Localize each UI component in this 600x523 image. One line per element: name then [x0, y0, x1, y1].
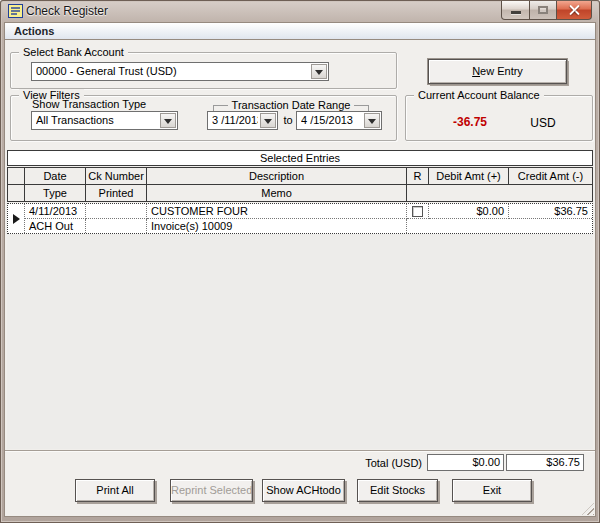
cell-printed[interactable]	[86, 219, 147, 233]
reconciled-checkbox[interactable]	[412, 206, 423, 217]
chevron-down-icon[interactable]	[260, 113, 276, 128]
column-header-ck-number: Ck Number	[86, 168, 147, 185]
total-label: Total (USD)	[330, 457, 422, 469]
app-icon	[8, 4, 23, 18]
cell-description[interactable]: CUSTOMER FOUR	[147, 204, 407, 219]
new-entry-label: ew Entry	[480, 65, 523, 77]
balance-currency: USD	[523, 116, 563, 130]
edit-stocks-button[interactable]: Edit Stocks	[357, 479, 438, 502]
transaction-type-value: All Transactions	[36, 114, 158, 126]
column-header-memo: Memo	[147, 185, 407, 201]
minimize-button[interactable]	[501, 1, 530, 20]
maximize-icon	[538, 6, 548, 14]
row-selector-arrow-icon	[13, 214, 20, 224]
cell-debit[interactable]: $0.00	[429, 204, 509, 219]
column-header-date: Date	[25, 168, 86, 185]
maximize-button[interactable]	[530, 1, 557, 20]
group-current-balance-label: Current Account Balance	[414, 89, 544, 101]
print-all-button[interactable]: Print All	[75, 479, 155, 502]
window-title: Check Register	[26, 4, 108, 18]
date-to-picker[interactable]: 4 /15/2013	[296, 111, 382, 130]
bank-account-value: 00000 - General Trust (USD)	[36, 65, 309, 77]
column-header-type: Type	[25, 185, 86, 201]
chevron-down-icon[interactable]	[364, 113, 380, 128]
new-entry-button[interactable]: New Entry	[428, 59, 567, 84]
column-header-credit: Credit Amt (-)	[509, 168, 592, 185]
chevron-down-icon[interactable]	[311, 64, 327, 79]
cell-date[interactable]: 4/11/2013	[25, 204, 86, 219]
date-from-value: 3 /11/2013	[212, 114, 258, 126]
show-achtodo-button[interactable]: Show ACHtodo	[262, 479, 345, 502]
table-row[interactable]: 4/11/2013 ACH Out CUSTOMER FOUR Invoice(…	[7, 203, 593, 234]
exit-button[interactable]: Exit	[452, 479, 532, 502]
transaction-type-select[interactable]: All Transactions	[31, 111, 178, 130]
column-header-printed: Printed	[86, 185, 147, 201]
caption-buttons	[501, 1, 592, 20]
grid-header: Date Ck Number Description R Debit Amt (…	[7, 167, 593, 202]
date-from-picker[interactable]: 3 /11/2013	[207, 111, 278, 130]
cell-reconciled	[407, 204, 429, 219]
grid-caption: Selected Entries	[7, 150, 593, 166]
transaction-type-label: Show Transaction Type	[32, 98, 146, 110]
window: Check Register Actions Select Bank Accou…	[0, 0, 600, 523]
bank-account-select[interactable]: 00000 - General Trust (USD)	[31, 62, 329, 81]
cell-type[interactable]: ACH Out	[25, 219, 86, 233]
menu-item-actions[interactable]: Actions	[5, 23, 63, 37]
column-header-spacer	[407, 185, 592, 201]
minimize-icon	[511, 11, 521, 14]
total-credit-field: $36.75	[506, 454, 584, 471]
column-header-selector	[8, 168, 25, 185]
menubar: Actions	[4, 22, 596, 40]
group-select-bank-account-label: Select Bank Account	[19, 46, 128, 58]
row-selector[interactable]	[8, 204, 25, 233]
date-to-value: 4 /15/2013	[301, 114, 362, 126]
date-range-to-label: to	[281, 114, 295, 126]
footer-divider	[5, 450, 595, 452]
column-header-debit: Debit Amt (+)	[429, 168, 509, 185]
column-header-r: R	[407, 168, 429, 185]
chevron-down-icon[interactable]	[160, 113, 176, 128]
cell-credit[interactable]: $36.75	[509, 204, 592, 219]
date-range-label: Transaction Date Range	[213, 99, 369, 111]
total-debit-field: $0.00	[427, 454, 504, 471]
cell-ck-number[interactable]	[86, 204, 147, 219]
cell-memo[interactable]: Invoice(s) 10009	[147, 219, 407, 233]
new-entry-label-mnemonic: N	[472, 65, 480, 77]
grid-empty-area	[7, 234, 593, 449]
column-header-selector-2	[8, 185, 25, 201]
balance-amount: -36.75	[435, 115, 505, 129]
close-button[interactable]	[557, 1, 592, 20]
column-header-description: Description	[147, 168, 407, 185]
reprint-selected-button: Reprint Selected	[170, 479, 253, 502]
